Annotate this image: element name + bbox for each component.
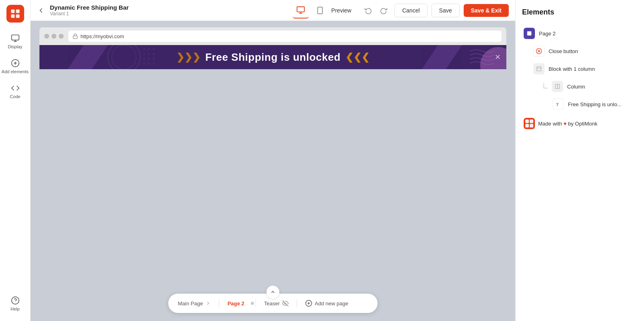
svg-point-26 bbox=[143, 53, 145, 55]
element-free-shipping-label: Free Shipping is unlo... bbox=[568, 101, 621, 107]
back-button[interactable] bbox=[37, 6, 45, 14]
svg-point-32 bbox=[143, 63, 145, 64]
svg-rect-1 bbox=[16, 9, 19, 13]
svg-point-29 bbox=[143, 58, 145, 60]
svg-point-21 bbox=[108, 45, 140, 69]
svg-rect-4 bbox=[11, 35, 19, 40]
optimonk-icon bbox=[524, 118, 535, 129]
column-indent-line bbox=[543, 83, 548, 90]
element-free-shipping-text[interactable]: T Free Shipping is unlo... bbox=[551, 95, 638, 113]
svg-marker-37 bbox=[422, 45, 446, 69]
element-block-1col-label: Block with 1 column bbox=[549, 66, 595, 72]
sidebar-item-add-elements[interactable]: Add elements bbox=[0, 54, 30, 79]
canvas-area: https://myobvi.com bbox=[31, 21, 515, 321]
element-close-button-label: Close button bbox=[549, 48, 578, 54]
svg-rect-53 bbox=[525, 119, 529, 123]
svg-point-24 bbox=[148, 48, 150, 50]
close-button-icon bbox=[533, 45, 545, 57]
tab-page2[interactable]: Page 2 bbox=[221, 297, 251, 310]
main-page-arrow-icon bbox=[205, 300, 211, 306]
svg-marker-19 bbox=[76, 45, 100, 69]
browser-mock: https://myobvi.com bbox=[39, 27, 506, 315]
page2-icon bbox=[524, 28, 535, 39]
url-text: https://myobvi.com bbox=[80, 33, 124, 39]
sidebar-item-help[interactable]: Help bbox=[0, 291, 30, 316]
browser-url-bar: https://myobvi.com bbox=[68, 31, 502, 42]
browser-bar: https://myobvi.com bbox=[39, 27, 506, 45]
tab-teaser[interactable]: Teaser bbox=[258, 297, 295, 310]
svg-rect-17 bbox=[73, 36, 78, 38]
tab-add-page[interactable]: Add new page bbox=[299, 296, 355, 310]
add-page-label: Add new page bbox=[315, 300, 348, 307]
svg-point-10 bbox=[11, 297, 19, 304]
app-logo bbox=[6, 5, 24, 23]
tab-status-dot bbox=[251, 302, 254, 305]
svg-rect-3 bbox=[16, 14, 19, 18]
svg-marker-20 bbox=[84, 45, 108, 69]
save-exit-button[interactable]: Save & Exit bbox=[464, 4, 509, 17]
svg-point-25 bbox=[153, 48, 155, 50]
svg-point-22 bbox=[112, 45, 136, 69]
save-button[interactable]: Save bbox=[431, 4, 460, 17]
main-area: Dynamic Free Shipping Bar Variant 1 Prev… bbox=[31, 0, 515, 321]
header-actions: Cancel Save Save & Exit bbox=[361, 4, 509, 17]
svg-rect-52 bbox=[524, 118, 535, 129]
text-element-icon: T bbox=[553, 99, 564, 110]
svg-point-27 bbox=[148, 53, 150, 55]
main-page-label: Main Page bbox=[178, 300, 203, 307]
svg-rect-56 bbox=[530, 124, 533, 128]
svg-point-34 bbox=[153, 63, 155, 64]
mobile-view-button[interactable] bbox=[312, 2, 328, 19]
element-close-button[interactable]: Close button bbox=[532, 42, 638, 60]
teaser-eye-off-icon bbox=[282, 300, 289, 307]
element-column-label: Column bbox=[567, 84, 585, 90]
undo-redo-group bbox=[361, 4, 390, 17]
undo-button[interactable] bbox=[361, 4, 375, 17]
tab-divider-2 bbox=[256, 299, 256, 307]
banner-close-button[interactable]: ✕ bbox=[495, 53, 501, 62]
preview-label: Preview bbox=[331, 7, 351, 14]
elements-panel-title: Elements bbox=[522, 8, 638, 16]
svg-rect-15 bbox=[318, 7, 322, 14]
svg-rect-47 bbox=[537, 67, 541, 71]
sidebar-add-elements-label: Add elements bbox=[2, 69, 29, 74]
tab-collapse-button[interactable] bbox=[266, 286, 279, 298]
block-1col-icon bbox=[533, 63, 545, 74]
optimonk-badge[interactable]: Made with ♥ by OptiMonk bbox=[522, 115, 638, 132]
arrows-left: ❯❯❯ bbox=[176, 51, 200, 63]
add-page-icon bbox=[305, 300, 312, 307]
sidebar-item-code[interactable]: Code bbox=[0, 79, 30, 104]
banner-text: Free Shipping is unlocked bbox=[205, 51, 341, 64]
dot-green bbox=[59, 34, 64, 39]
page2-label: Page 2 bbox=[227, 300, 244, 307]
svg-rect-12 bbox=[297, 6, 304, 12]
browser-dots bbox=[44, 34, 64, 39]
svg-rect-54 bbox=[530, 119, 533, 123]
left-sidebar: Display Add elements Code Help bbox=[0, 0, 31, 321]
sidebar-help-label: Help bbox=[10, 307, 20, 311]
svg-point-31 bbox=[153, 58, 155, 60]
svg-point-38 bbox=[480, 47, 506, 69]
sidebar-item-display[interactable]: Display bbox=[0, 29, 30, 54]
right-panel: Elements Page 2 Close button Block with … bbox=[515, 0, 644, 321]
desktop-view-button[interactable] bbox=[293, 2, 309, 19]
dot-yellow bbox=[52, 34, 56, 39]
svg-rect-55 bbox=[525, 124, 529, 128]
cancel-button[interactable]: Cancel bbox=[394, 4, 427, 17]
element-block-1col[interactable]: Block with 1 column bbox=[532, 60, 638, 78]
heart-icon: ♥ bbox=[564, 121, 567, 127]
svg-marker-35 bbox=[438, 45, 462, 69]
element-column[interactable]: Column bbox=[541, 78, 638, 95]
svg-marker-18 bbox=[68, 45, 92, 69]
browser-content: ❯❯❯ Free Shipping is unlocked ❯❯❯ ✕ bbox=[39, 45, 506, 315]
redo-button[interactable] bbox=[377, 4, 390, 17]
svg-rect-43 bbox=[527, 31, 532, 36]
sidebar-display-label: Display bbox=[8, 44, 22, 49]
arrows-right: ❯❯❯ bbox=[345, 51, 369, 63]
element-page2[interactable]: Page 2 bbox=[522, 25, 638, 42]
column-icon bbox=[552, 81, 563, 92]
top-header: Dynamic Free Shipping Bar Variant 1 Prev… bbox=[31, 0, 515, 21]
svg-point-33 bbox=[148, 63, 150, 64]
dot-red bbox=[44, 34, 49, 39]
tab-main-page[interactable]: Main Page bbox=[171, 297, 217, 310]
